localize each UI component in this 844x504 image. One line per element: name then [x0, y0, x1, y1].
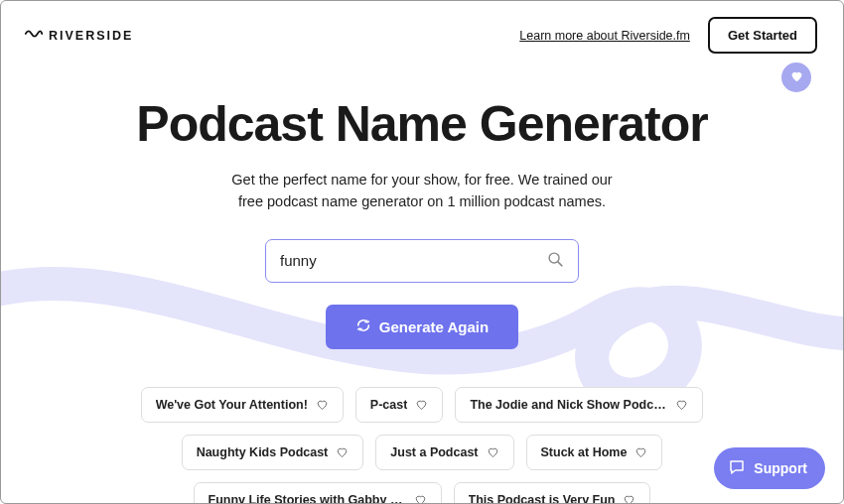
heart-icon	[789, 68, 804, 87]
result-text: We've Got Your Attention!	[156, 398, 308, 412]
search-input-wrapper[interactable]	[265, 239, 579, 283]
generate-again-button[interactable]: Generate Again	[326, 305, 518, 349]
brand-name: RIVERSIDE	[49, 29, 133, 43]
svg-line-1	[558, 262, 562, 266]
results-list: We've Got Your Attention!P-castThe Jodie…	[41, 387, 803, 504]
heart-icon[interactable]	[675, 398, 688, 411]
result-text: Funny Life Stories with Gabby and Ai...	[209, 493, 406, 504]
result-text: Just a Podcast	[390, 445, 478, 459]
learn-more-link[interactable]: Learn more about Riverside.fm	[519, 29, 690, 43]
heart-icon[interactable]	[634, 445, 647, 458]
support-button[interactable]: Support	[714, 447, 825, 489]
support-label: Support	[754, 460, 807, 476]
main: Podcast Name Generator Get the perfect n…	[1, 62, 843, 504]
result-text: The Jodie and Nick Show Podcast is ...	[470, 398, 667, 412]
heart-icon[interactable]	[336, 445, 349, 458]
favorites-button[interactable]	[781, 63, 811, 92]
generate-label: Generate Again	[379, 318, 489, 335]
result-text: Naughty Kids Podcast	[197, 445, 329, 459]
result-item[interactable]: Stuck at Home	[526, 435, 663, 470]
refresh-icon	[355, 317, 371, 336]
subtitle: Get the perfect name for your show, for …	[41, 169, 803, 213]
result-item[interactable]: The Jodie and Nick Show Podcast is ...	[455, 387, 703, 423]
page-title: Podcast Name Generator	[41, 95, 803, 153]
result-text: Stuck at Home	[541, 445, 628, 459]
logo[interactable]: RIVERSIDE	[25, 27, 133, 45]
search-input[interactable]	[280, 252, 547, 269]
result-text: This Podcast is Very Fun	[469, 493, 616, 504]
result-item[interactable]: We've Got Your Attention!	[141, 387, 344, 423]
heart-icon[interactable]	[415, 398, 428, 411]
search-icon	[547, 251, 564, 271]
heart-icon[interactable]	[414, 493, 427, 504]
heart-icon[interactable]	[487, 445, 499, 458]
wave-icon	[25, 27, 43, 45]
result-item[interactable]: Just a Podcast	[375, 435, 513, 470]
get-started-button[interactable]: Get Started	[708, 17, 817, 54]
result-item[interactable]: Funny Life Stories with Gabby and Ai...	[194, 482, 442, 504]
result-item[interactable]: P-cast	[355, 387, 444, 423]
heart-icon[interactable]	[623, 493, 635, 504]
chat-icon	[728, 458, 746, 479]
result-item[interactable]: Naughty Kids Podcast	[182, 435, 364, 470]
heart-icon[interactable]	[316, 398, 329, 411]
header: RIVERSIDE Learn more about Riverside.fm …	[1, 1, 843, 62]
result-text: P-cast	[370, 398, 408, 412]
result-item[interactable]: This Podcast is Very Fun	[454, 482, 651, 504]
